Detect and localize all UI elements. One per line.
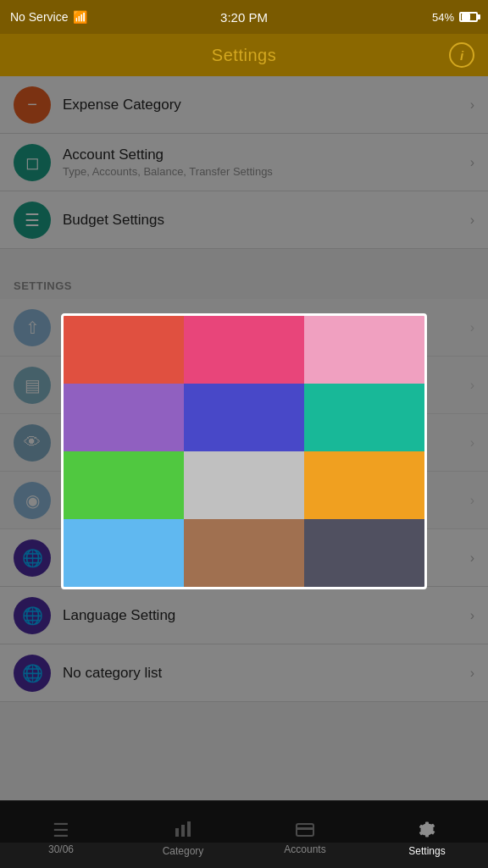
tab-accounts-label: Accounts: [284, 843, 325, 855]
color-swatch-10[interactable]: [184, 519, 304, 587]
battery-icon: [459, 12, 478, 22]
header: Settings i: [0, 34, 488, 76]
color-swatch-1[interactable]: [184, 316, 304, 384]
status-bar: No Service 📶 3:20 PM 54%: [0, 0, 488, 34]
tab-settings-label: Settings: [408, 845, 445, 857]
color-swatch-5[interactable]: [304, 384, 424, 451]
color-swatch-11[interactable]: [304, 519, 424, 587]
color-swatch-3[interactable]: [64, 384, 184, 451]
tab-date-label: 30/06: [48, 843, 74, 855]
color-swatch-4[interactable]: [184, 384, 304, 451]
wifi-icon: 📶: [73, 10, 87, 24]
carrier-text: No Service: [10, 10, 68, 24]
color-swatch-6[interactable]: [64, 451, 184, 519]
status-right: 54%: [432, 11, 478, 24]
color-swatch-0[interactable]: [64, 316, 184, 384]
status-left: No Service 📶: [10, 10, 87, 24]
color-swatch-9[interactable]: [64, 519, 184, 587]
page-title: Settings: [212, 46, 276, 65]
info-button[interactable]: i: [449, 42, 474, 68]
main-content: − Expense Category › ◻ Account Setting T…: [0, 76, 488, 843]
tab-category-label: Category: [163, 845, 204, 857]
color-swatch-7[interactable]: [184, 451, 304, 519]
color-swatch-2[interactable]: [304, 316, 424, 384]
clock: 3:20 PM: [220, 10, 268, 25]
color-swatch-8[interactable]: [304, 451, 424, 519]
battery-percent: 54%: [432, 11, 454, 24]
color-picker: [61, 313, 427, 589]
